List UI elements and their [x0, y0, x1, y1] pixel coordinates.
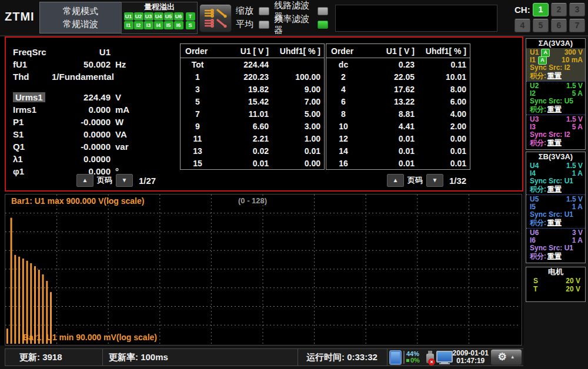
mode-selector[interactable]: 常规模式 常规谐波: [39, 2, 122, 33]
chart-max-label: Bar1: U1 max 900.000 V(log scale): [11, 196, 144, 206]
cell-u1: 2.21: [215, 134, 272, 143]
integration-reset-link[interactable]: 重置: [547, 139, 562, 147]
cell-order: 13: [181, 146, 215, 156]
settings-button[interactable]: ⚙ ▲: [490, 349, 522, 365]
harmonic-table-right: OrderU1 [ V ]Uhdf1[ % ]dc0.230.11222.051…: [326, 43, 470, 170]
measure-unit: V: [111, 92, 142, 102]
integration-reset-link[interactable]: 重置: [547, 106, 562, 113]
measure-row[interactable]: fU150.002Hz: [13, 58, 178, 71]
harmonic-row: 96.603.00: [181, 120, 324, 132]
measure-label-text: P1: [13, 117, 24, 127]
harmonic-header-row: OrderU1 [ V ]Uhdf1[ % ]: [326, 44, 470, 58]
wiring-group-1: ΣB(3V3A)U41.5 VI41 ASync Src: U1积分:重置U51…: [526, 152, 586, 263]
sync-source-label: Sync Src: I2: [530, 64, 583, 72]
measure-unit: W: [111, 117, 142, 127]
cell-u1: 17.62: [360, 85, 418, 94]
header-cell-order: Order: [181, 46, 215, 56]
range-indicator-row: I1I2I3I4I5I6S: [122, 21, 197, 29]
element-block[interactable]: U31.5 VI35 ASync Src: I2积分:重置: [526, 115, 585, 148]
toggle-indicator[interactable]: [259, 21, 269, 29]
element-block[interactable]: U1A300 VI1A10 mASync Src: I2积分:重置: [526, 48, 585, 81]
channel-button-2[interactable]: 2: [551, 3, 567, 16]
cell-uhdf1: 2.00: [418, 122, 470, 131]
channel-button-3[interactable]: 3: [569, 3, 585, 16]
measure-row[interactable]: FreqSrcU1: [13, 46, 178, 58]
measure-row[interactable]: Irms10.000mA: [13, 103, 178, 116]
auto-range-badge: A: [541, 49, 550, 57]
harmonic-row: 150.010.00: [181, 157, 324, 169]
measure-page-up-button[interactable]: ▲: [76, 174, 93, 187]
measure-label: λ1: [13, 154, 52, 164]
cell-order: 2: [326, 72, 360, 82]
cell-order: 1: [181, 72, 215, 82]
numeric-readout-list: FreqSrcU1fU150.002HzThd1/Fundamental Urm…: [13, 46, 178, 177]
header-cell-order: Order: [326, 46, 360, 56]
cell-uhdf1: 0.00: [418, 134, 470, 143]
measure-label-text: λ1: [13, 154, 23, 164]
system-tray: 44% 0% × 2009-01-01 01:47:19 ⚙ ▲: [387, 348, 524, 366]
toggle-indicator[interactable]: [318, 21, 328, 29]
cell-u1: 0.01: [360, 134, 418, 143]
harmonic-row: dc0.230.11: [326, 58, 470, 71]
dropdown-arrow-icon: ▲: [510, 349, 515, 365]
measure-row[interactable]: Q1-0.0000var: [13, 140, 178, 153]
cell-uhdf1: 1.00: [272, 134, 324, 143]
cell-uhdf1: 4.00: [418, 109, 470, 119]
harmonic-row: 417.628.00: [326, 83, 470, 95]
harmonic-row: Tot224.44: [181, 58, 324, 71]
measure-value: U1: [52, 47, 111, 57]
cell-order: 10: [326, 122, 360, 131]
measure-label: FreqSrc: [13, 47, 52, 57]
measure-label: Irms1: [13, 105, 52, 115]
measure-row[interactable]: P1-0.0000W: [13, 116, 178, 128]
cell-order: 9: [181, 122, 215, 131]
measure-page-down-button[interactable]: ▼: [116, 174, 133, 187]
element-block[interactable]: U21.5 VI25 ASync Src: U5积分:重置: [526, 81, 585, 115]
element-range-value: 5 A: [572, 123, 583, 131]
cell-u1: 13.22: [360, 97, 418, 106]
measure-label-text: FreqSrc: [13, 47, 46, 57]
monitor-icon: [436, 350, 450, 364]
cell-order: 16: [326, 159, 360, 168]
harmonic-row: 613.226.00: [326, 95, 470, 108]
measure-label: φ1: [13, 166, 52, 176]
integration-reset-link[interactable]: 重置: [547, 186, 562, 193]
measure-label: fU1: [13, 59, 52, 69]
motor-row: S20 V: [526, 277, 585, 285]
integration-reset-link[interactable]: 重置: [547, 253, 562, 260]
wiring-diagram-button[interactable]: [199, 4, 232, 32]
measure-row[interactable]: λ10.0000: [13, 153, 178, 165]
cell-order: 11: [181, 134, 215, 143]
range-indicator-i1: I1: [124, 21, 133, 29]
element-range-value: 1 A: [572, 203, 583, 211]
measure-row[interactable]: Thd1/Fundamental: [13, 71, 178, 83]
measure-row[interactable]: S10.0000VA: [13, 128, 178, 140]
channel-button-6[interactable]: 6: [551, 19, 567, 32]
element-block[interactable]: U41.5 VI41 ASync Src: U1积分:重置: [526, 162, 585, 194]
toggle-label: 平均: [236, 19, 256, 30]
measure-label-text: S1: [13, 129, 24, 139]
harmonic-page-down-button[interactable]: ▼: [426, 174, 443, 187]
toggle-indicator[interactable]: [259, 7, 269, 15]
channel-label: CH:: [514, 3, 530, 16]
measure-row[interactable]: Urms1224.49V: [13, 91, 178, 103]
filter-toggle-panel: 缩放线路滤波器平均频率滤波器: [236, 4, 333, 31]
measure-pager: ▲ 页码 ▼ 1/27: [76, 174, 156, 187]
measure-value: 0.0000: [52, 129, 111, 139]
integration-reset-link[interactable]: 重置: [547, 219, 562, 227]
integration-reset-link[interactable]: 重置: [547, 72, 562, 80]
channel-button-4[interactable]: 4: [514, 19, 530, 32]
toggle-indicator[interactable]: [318, 7, 328, 15]
cell-uhdf1: 5.00: [272, 109, 324, 119]
channel-button-5[interactable]: 5: [533, 19, 549, 32]
cell-u1: 0.23: [360, 60, 418, 69]
motor-value: 20 V: [566, 285, 580, 293]
cell-order: 5: [181, 97, 215, 106]
element-block[interactable]: U63 VI61 ASync Src: U1积分:重置: [526, 228, 585, 261]
channel-button-7[interactable]: 7: [569, 19, 585, 32]
cell-order: Tot: [181, 60, 215, 69]
channel-button-1[interactable]: 1: [533, 3, 549, 16]
harmonic-page-up-button[interactable]: ▲: [387, 174, 404, 187]
element-block[interactable]: U51.5 VI51 ASync Src: U1积分:重置: [526, 194, 585, 228]
cell-order: 12: [326, 134, 360, 143]
